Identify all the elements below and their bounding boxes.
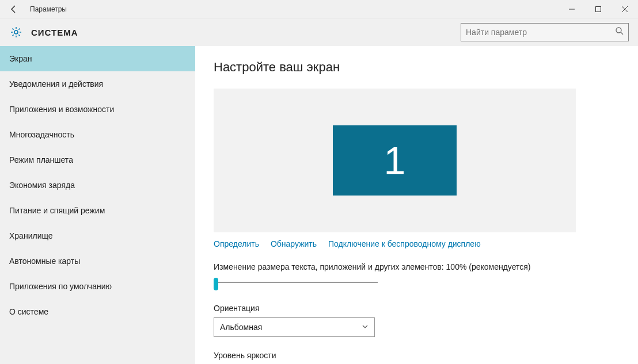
- close-icon: [622, 6, 628, 12]
- orientation-value: Альбомная: [220, 323, 362, 332]
- close-button[interactable]: [612, 0, 638, 18]
- window-title: Параметры: [30, 5, 67, 13]
- minimize-button[interactable]: [559, 0, 585, 18]
- identify-link[interactable]: Определить: [214, 239, 259, 248]
- page-title: Настройте ваш экран: [214, 60, 620, 75]
- search-icon: [616, 27, 624, 37]
- sidebar-item-9[interactable]: Приложения по умолчанию: [0, 274, 195, 299]
- sidebar-item-8[interactable]: Автономные карты: [0, 248, 195, 274]
- window-controls: [559, 0, 638, 18]
- slider-track: [218, 282, 378, 283]
- scaling-slider[interactable]: [214, 276, 378, 292]
- monitor-1[interactable]: 1: [333, 125, 457, 196]
- svg-point-3: [616, 28, 621, 33]
- gear-icon: [9, 25, 23, 39]
- svg-rect-1: [596, 6, 601, 12]
- sidebar-item-0[interactable]: Экран: [0, 46, 195, 71]
- monitor-number: 1: [384, 138, 406, 183]
- display-links: Определить Обнаружить Подключение к бесп…: [214, 239, 620, 248]
- wireless-link[interactable]: Подключение к беспроводному дисплею: [328, 239, 481, 248]
- sidebar-item-6[interactable]: Питание и спящий режим: [0, 198, 195, 223]
- chevron-down-icon: [362, 322, 369, 332]
- minimize-icon: [569, 6, 575, 12]
- header: СИСТЕМА: [0, 18, 638, 46]
- brightness-label: Уровень яркости: [214, 351, 620, 360]
- sidebar-item-2[interactable]: Приложения и возможности: [0, 97, 195, 122]
- orientation-label: Ориентация: [214, 304, 620, 313]
- sidebar-item-4[interactable]: Режим планшета: [0, 147, 195, 173]
- svg-point-2: [14, 30, 18, 34]
- search-input[interactable]: [466, 28, 616, 37]
- display-preview[interactable]: 1: [214, 89, 576, 232]
- content: Настройте ваш экран 1 Определить Обнаруж…: [195, 46, 638, 364]
- sidebar: ЭкранУведомления и действияПриложения и …: [0, 46, 195, 364]
- sidebar-item-1[interactable]: Уведомления и действия: [0, 71, 195, 97]
- search-box[interactable]: [461, 23, 629, 41]
- sidebar-item-5[interactable]: Экономия заряда: [0, 173, 195, 198]
- orientation-select[interactable]: Альбомная: [214, 317, 375, 337]
- slider-thumb[interactable]: [214, 278, 218, 290]
- body: ЭкранУведомления и действияПриложения и …: [0, 46, 638, 364]
- scaling-label: Изменение размера текста, приложений и д…: [214, 262, 620, 271]
- maximize-icon: [595, 6, 601, 12]
- arrow-left-icon: [9, 5, 18, 14]
- titlebar: Параметры: [0, 0, 638, 18]
- back-button[interactable]: [0, 0, 28, 18]
- maximize-button[interactable]: [585, 0, 612, 18]
- sidebar-item-3[interactable]: Многозадачность: [0, 122, 195, 147]
- sidebar-item-10[interactable]: О системе: [0, 299, 195, 324]
- sidebar-item-7[interactable]: Хранилище: [0, 223, 195, 248]
- header-title: СИСТЕМА: [31, 28, 78, 37]
- detect-link[interactable]: Обнаружить: [271, 239, 317, 248]
- svg-line-4: [621, 32, 623, 35]
